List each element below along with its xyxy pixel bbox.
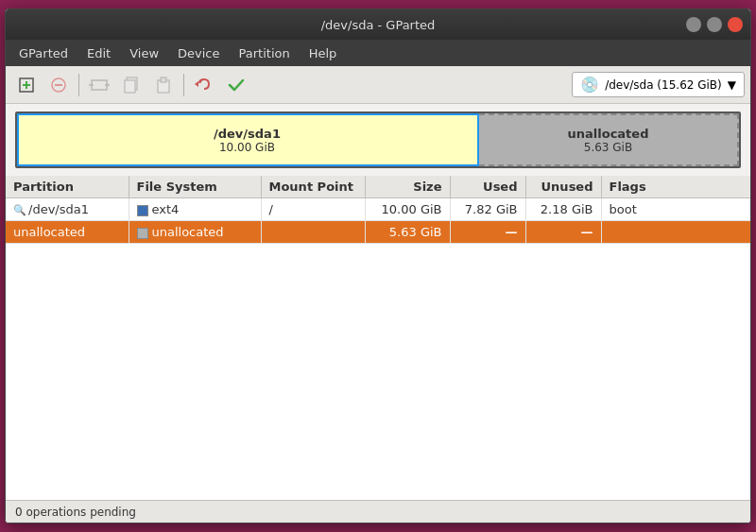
- disk-partition-sda1-label: /dev/sda1: [214, 127, 281, 141]
- window-controls: – □ ✕: [686, 17, 743, 32]
- menu-device[interactable]: Device: [168, 43, 229, 64]
- close-button[interactable]: ✕: [728, 17, 743, 32]
- menu-partition[interactable]: Partition: [230, 43, 300, 64]
- svg-rect-11: [125, 80, 135, 93]
- resize-button[interactable]: [84, 70, 114, 100]
- dash-unused: —: [581, 225, 593, 239]
- menu-edit[interactable]: Edit: [77, 43, 120, 64]
- paste-button[interactable]: [148, 70, 179, 100]
- dash-used: —: [506, 225, 518, 239]
- main-window: /dev/sda - GParted – □ ✕ GParted Edit Vi…: [5, 9, 751, 523]
- table-row[interactable]: unallocatedunallocated5.63 GiB——: [6, 221, 750, 244]
- copy-button[interactable]: [116, 70, 146, 100]
- minimize-button[interactable]: –: [686, 17, 701, 32]
- cell-used: —: [450, 221, 525, 244]
- partition-table: Partition File System Mount Point Size U…: [6, 176, 750, 244]
- filesystem-color-box: [137, 205, 148, 216]
- disk-unallocated-label: unallocated: [568, 127, 649, 141]
- filesystem-color-box: [137, 228, 148, 239]
- cell-filesystem: unallocated: [129, 221, 261, 244]
- statusbar: 0 operations pending: [6, 500, 750, 523]
- cell-flags: boot: [601, 198, 750, 221]
- cell-unused: 2.18 GiB: [525, 198, 601, 221]
- header-mountpoint: Mount Point: [261, 176, 365, 198]
- svg-marker-14: [195, 81, 198, 87]
- cell-mountpoint: /: [261, 198, 365, 221]
- disk-bar: /dev/sda1 10.00 GiB unallocated 5.63 GiB: [15, 112, 741, 168]
- disk-unallocated[interactable]: unallocated 5.63 GiB: [479, 113, 739, 166]
- svg-marker-9: [108, 83, 110, 87]
- table-row[interactable]: 🔍/dev/sda1ext4/10.00 GiB7.82 GiB2.18 GiB…: [6, 198, 750, 221]
- cell-size: 5.63 GiB: [365, 221, 450, 244]
- partition-table-container: Partition File System Mount Point Size U…: [6, 176, 750, 500]
- disk-unallocated-size: 5.63 GiB: [584, 141, 632, 154]
- filesystem-label: unallocated: [152, 225, 224, 239]
- chevron-down-icon: ▼: [728, 78, 736, 92]
- header-filesystem: File System: [129, 176, 261, 198]
- search-icon: 🔍: [13, 204, 26, 216]
- cell-size: 10.00 GiB: [365, 198, 450, 221]
- toolbar-buttons: [11, 70, 251, 100]
- cell-mountpoint: [261, 221, 365, 244]
- cell-partition: unallocated: [6, 221, 129, 244]
- apply-button[interactable]: [221, 70, 251, 100]
- svg-rect-5: [92, 80, 107, 90]
- cell-used: 7.82 GiB: [450, 198, 525, 221]
- device-label: /dev/sda (15.62 GiB): [605, 78, 722, 92]
- menu-help[interactable]: Help: [300, 43, 347, 64]
- header-size: Size: [365, 176, 450, 198]
- header-flags: Flags: [601, 176, 750, 198]
- device-icon: 💿: [580, 76, 599, 94]
- table-header-row: Partition File System Mount Point Size U…: [6, 176, 750, 198]
- delete-button[interactable]: [43, 70, 74, 100]
- titlebar: /dev/sda - GParted – □ ✕: [6, 9, 750, 40]
- menu-view[interactable]: View: [120, 43, 168, 64]
- svg-marker-7: [89, 83, 90, 87]
- new-button[interactable]: [11, 70, 42, 100]
- cell-partition: 🔍/dev/sda1: [6, 198, 129, 221]
- header-unused: Unused: [525, 176, 601, 198]
- cell-filesystem: ext4: [129, 198, 261, 221]
- undo-button[interactable]: [189, 70, 219, 100]
- cell-flags: [601, 221, 750, 244]
- filesystem-label: ext4: [152, 202, 180, 216]
- maximize-button[interactable]: □: [707, 17, 722, 32]
- menu-gparted[interactable]: GParted: [9, 43, 77, 64]
- header-partition: Partition: [6, 176, 129, 198]
- header-used: Used: [450, 176, 525, 198]
- disk-partition-sda1[interactable]: /dev/sda1 10.00 GiB: [17, 113, 479, 166]
- menubar: GParted Edit View Device Partition Help: [6, 40, 750, 66]
- window-title: /dev/sda - GParted: [70, 18, 686, 32]
- svg-rect-13: [161, 77, 166, 82]
- device-selector[interactable]: 💿 /dev/sda (15.62 GiB) ▼: [572, 72, 745, 97]
- disk-partition-sda1-size: 10.00 GiB: [219, 141, 275, 154]
- toolbar: 💿 /dev/sda (15.62 GiB) ▼: [6, 66, 750, 104]
- cell-unused: —: [525, 221, 601, 244]
- disk-visual-area: /dev/sda1 10.00 GiB unallocated 5.63 GiB: [6, 104, 750, 176]
- operations-pending: 0 operations pending: [15, 506, 136, 519]
